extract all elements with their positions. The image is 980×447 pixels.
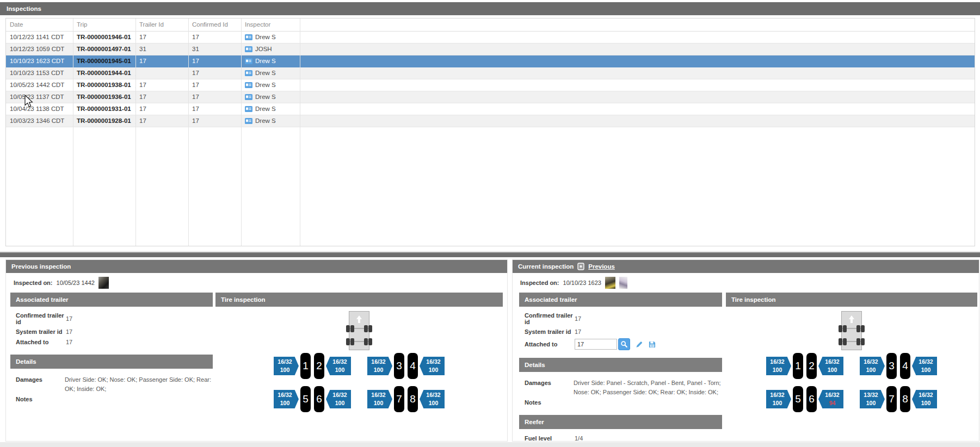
inspected-on-label: Inspected on:: [14, 280, 53, 286]
tire-1[interactable]: 1: [300, 353, 311, 379]
inspector-name: Drew S: [255, 91, 276, 103]
previous-inspection-panel: Previous inspection Inspected on: 10/05/…: [5, 259, 508, 442]
trailer-id-cell: [135, 67, 188, 79]
trip-cell: TR-0000001945-01: [73, 55, 135, 67]
column-header-date[interactable]: Date: [6, 18, 73, 31]
inspected-on-value: 10/05/23 1442: [57, 280, 95, 286]
tire-pressure-value: 100: [915, 366, 937, 374]
damages-row: Damages Driver Side: Panel - Scratch, Pa…: [525, 378, 722, 397]
tire-5[interactable]: 5: [793, 386, 803, 412]
tire-row: 16/321001216/3210016/321003416/32100: [766, 353, 937, 379]
trip-link[interactable]: TR-0000001944-01: [77, 67, 131, 79]
tire-measurement-label[interactable]: 16/32100: [274, 390, 299, 408]
date-cell: 10/12/23 1059 CDT: [6, 44, 73, 55]
tire-measurement-label[interactable]: 16/32100: [766, 357, 791, 375]
tire-pressure-value: 100: [367, 399, 390, 407]
trailer-axle: [839, 338, 865, 345]
inspector-name: Drew S: [255, 103, 276, 115]
inspector-badge-icon: [245, 34, 252, 40]
tire-axle-group: 16/321005616/3294: [766, 386, 843, 412]
inspection-photo-thumbnail[interactable]: [619, 277, 627, 289]
trip-link[interactable]: TR-0000001497-01: [77, 44, 131, 55]
date-cell: 10/05/23 1442 CDT: [6, 79, 73, 91]
trip-cell: TR-0000001946-01: [73, 32, 135, 43]
tire-measurement-label[interactable]: 16/32100: [420, 390, 445, 408]
inspection-photo-thumbnail[interactable]: [605, 277, 615, 289]
tire-measurement-label[interactable]: 16/32100: [766, 390, 791, 408]
horizontal-splitter[interactable]: [0, 252, 980, 257]
tire-3[interactable]: 3: [394, 353, 404, 379]
tire-measurement-label[interactable]: 16/32100: [860, 357, 885, 375]
tire-measurement-label[interactable]: 13/32100: [860, 390, 885, 408]
tire-measurement-label[interactable]: 16/32100: [367, 357, 392, 375]
edit-attached-button[interactable]: [635, 340, 643, 349]
save-attached-button[interactable]: [648, 340, 656, 349]
tire-3[interactable]: 3: [886, 353, 897, 379]
table-row[interactable]: 10/10/23 1153 CDTTR-0000001944-01 17 Dre…: [6, 67, 975, 79]
attached-to-row: Attached to: [525, 338, 722, 350]
trip-cell: TR-0000001928-01: [73, 115, 135, 127]
trip-link[interactable]: TR-0000001938-01: [77, 79, 131, 91]
tire-4[interactable]: 4: [900, 353, 910, 379]
damages-value: Driver Side: Panel - Scratch, Panel - Be…: [574, 378, 722, 397]
tire-measurement-label[interactable]: 16/32100: [274, 357, 299, 375]
trailer-id-cell: 17: [135, 55, 188, 67]
tire-measurement-label[interactable]: 16/32100: [912, 357, 937, 375]
attached-to-input[interactable]: [575, 339, 617, 350]
column-header-trip[interactable]: Trip: [73, 18, 135, 31]
table-row[interactable]: 10/12/23 1059 CDTTR-0000001497-01 3131 J…: [6, 44, 975, 55]
column-header-trailer-id[interactable]: Trailer Id: [135, 18, 188, 31]
tire-diagram-area: 16/321001216/3210016/321003416/3210016/3…: [215, 307, 503, 412]
tire-measurement-label[interactable]: 16/32100: [326, 357, 351, 375]
trip-link[interactable]: TR-0000001936-01: [77, 91, 131, 103]
tire-2[interactable]: 2: [314, 353, 324, 379]
tire-8[interactable]: 8: [900, 386, 910, 412]
tire-tread-value: 16/32: [821, 358, 843, 366]
table-row[interactable]: 10/03/23 1346 CDTTR-0000001928-01 1717 D…: [6, 115, 975, 127]
trip-link[interactable]: TR-0000001945-01: [77, 55, 131, 67]
column-header-inspector[interactable]: Inspector: [241, 18, 300, 31]
table-row[interactable]: 10/05/23 1442 CDTTR-0000001938-01 1717 D…: [6, 79, 975, 91]
column-divider: [73, 18, 73, 246]
tire-measurement-label[interactable]: 16/32100: [912, 390, 937, 408]
trailer-top-view-graphic: [841, 311, 862, 350]
inspector-name: Drew S: [255, 67, 276, 79]
trailer-id-cell: 17: [135, 115, 188, 127]
inspection-photo-thumbnail[interactable]: [98, 277, 109, 289]
tire-1[interactable]: 1: [793, 353, 803, 379]
tire-5[interactable]: 5: [300, 386, 311, 412]
tire-axle-group: 16/321007816/32100: [367, 386, 445, 412]
trip-link[interactable]: TR-0000001928-01: [77, 115, 131, 127]
trip-cell: TR-0000001938-01: [73, 79, 135, 91]
tire-tread-value: 16/32: [422, 358, 445, 366]
tire-8[interactable]: 8: [408, 386, 418, 412]
table-row[interactable]: 10/04/23 1138 CDTTR-0000001931-01 1717 D…: [6, 103, 975, 115]
tire-measurement-label[interactable]: 16/32100: [420, 357, 445, 375]
tire-6[interactable]: 6: [806, 386, 817, 412]
associated-trailer-fields: Confirmed trailer id 17 System trailer i…: [10, 307, 213, 346]
previous-link[interactable]: Previous: [588, 260, 615, 273]
trailer-id-cell: 17: [135, 32, 188, 43]
confirmed-id-cell: 17: [188, 55, 241, 67]
column-header-confirmed-id[interactable]: Confirmed Id: [188, 18, 241, 31]
trip-link[interactable]: TR-0000001946-01: [77, 32, 131, 43]
inspected-on-value: 10/10/23 1623: [563, 280, 601, 286]
tire-measurement-label[interactable]: 16/32100: [367, 390, 392, 408]
tire-2[interactable]: 2: [806, 353, 817, 379]
tire-7[interactable]: 7: [394, 386, 404, 412]
tire-measurement-label[interactable]: 16/32100: [326, 390, 351, 408]
tire-measurement-label[interactable]: 16/32100: [818, 357, 843, 375]
tire-7[interactable]: 7: [886, 386, 897, 412]
table-row[interactable]: 10/10/23 1623 CDTTR-0000001945-01 1717 D…: [6, 55, 975, 67]
search-trailer-button[interactable]: [618, 338, 630, 350]
trip-link[interactable]: TR-0000001931-01: [77, 103, 131, 115]
table-row[interactable]: 10/05/23 1137 CDTTR-0000001936-01 1717 D…: [6, 91, 975, 103]
tire-tread-value: 16/32: [915, 358, 937, 366]
table-row[interactable]: 10/12/23 1141 CDTTR-0000001946-01 1717 D…: [6, 32, 975, 44]
tire-4[interactable]: 4: [408, 353, 418, 379]
tire-6[interactable]: 6: [314, 386, 324, 412]
trailer-axle: [346, 325, 372, 332]
damages-value: Driver Side: OK; Nose: OK; Passenger Sid…: [65, 375, 213, 394]
tire-measurement-label[interactable]: 16/3294: [818, 390, 843, 408]
previous-report-icon[interactable]: [577, 263, 584, 270]
